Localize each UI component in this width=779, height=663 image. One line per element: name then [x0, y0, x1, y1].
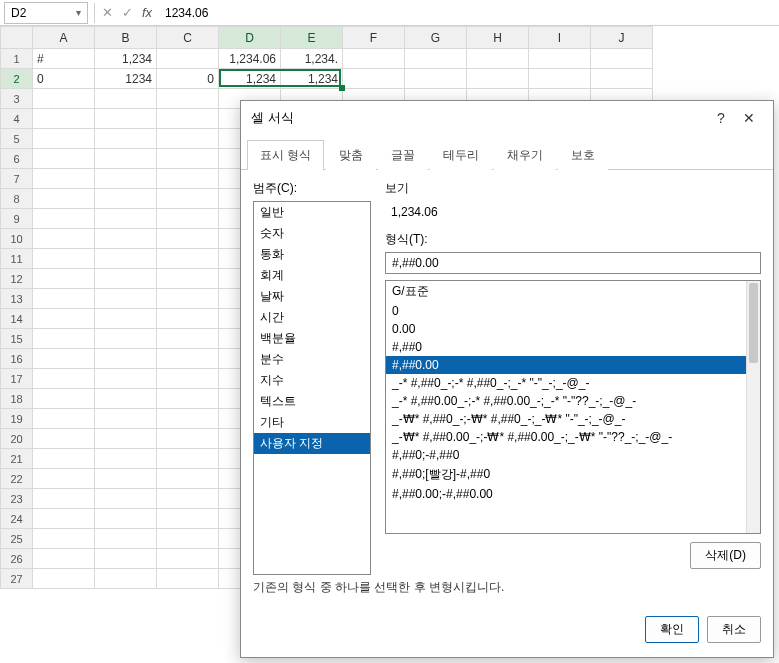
cell-C11[interactable]	[157, 249, 219, 269]
cell-B22[interactable]	[95, 469, 157, 489]
column-header-E[interactable]: E	[281, 27, 343, 49]
column-header-C[interactable]: C	[157, 27, 219, 49]
delete-button[interactable]: 삭제(D)	[690, 542, 761, 569]
category-item[interactable]: 날짜	[254, 286, 370, 307]
cancel-button[interactable]: 취소	[707, 616, 761, 643]
cell-B18[interactable]	[95, 389, 157, 409]
cell-A10[interactable]	[33, 229, 95, 249]
cell-A3[interactable]	[33, 89, 95, 109]
cell-C1[interactable]	[157, 49, 219, 69]
cell-A5[interactable]	[33, 129, 95, 149]
cell-B16[interactable]	[95, 349, 157, 369]
cell-G2[interactable]	[405, 69, 467, 89]
cell-B19[interactable]	[95, 409, 157, 429]
format-item[interactable]: _-* #,##0.00_-;-* #,##0.00_-;_-* "-"??_-…	[386, 392, 760, 410]
scrollbar[interactable]	[746, 281, 760, 533]
row-header-15[interactable]: 15	[1, 329, 33, 349]
format-item[interactable]: #,##0.00;-#,##0.00	[386, 485, 760, 503]
format-item[interactable]: 0.00	[386, 320, 760, 338]
close-button[interactable]: ✕	[735, 110, 763, 126]
tab-2[interactable]: 글꼴	[378, 140, 428, 170]
cell-C14[interactable]	[157, 309, 219, 329]
category-item[interactable]: 통화	[254, 244, 370, 265]
formula-bar[interactable]: 1234.06	[157, 2, 779, 24]
category-item[interactable]: 회계	[254, 265, 370, 286]
row-header-14[interactable]: 14	[1, 309, 33, 329]
cell-B6[interactable]	[95, 149, 157, 169]
cell-B3[interactable]	[95, 89, 157, 109]
row-header-5[interactable]: 5	[1, 129, 33, 149]
format-item[interactable]: #,##0.00	[386, 356, 760, 374]
cell-A1[interactable]: #	[33, 49, 95, 69]
cell-C24[interactable]	[157, 509, 219, 529]
row-header-18[interactable]: 18	[1, 389, 33, 409]
format-item[interactable]: #,##0;[빨강]-#,##0	[386, 464, 760, 485]
cell-J2[interactable]	[591, 69, 653, 89]
cell-C12[interactable]	[157, 269, 219, 289]
cell-C17[interactable]	[157, 369, 219, 389]
cell-A15[interactable]	[33, 329, 95, 349]
row-header-7[interactable]: 7	[1, 169, 33, 189]
cell-G1[interactable]	[405, 49, 467, 69]
row-header-24[interactable]: 24	[1, 509, 33, 529]
cell-A19[interactable]	[33, 409, 95, 429]
cell-C16[interactable]	[157, 349, 219, 369]
category-item[interactable]: 백분율	[254, 328, 370, 349]
tab-0[interactable]: 표시 형식	[247, 140, 324, 170]
cell-B2[interactable]: 1234	[95, 69, 157, 89]
cell-B15[interactable]	[95, 329, 157, 349]
cell-A26[interactable]	[33, 549, 95, 569]
cell-B8[interactable]	[95, 189, 157, 209]
format-listbox[interactable]: G/표준00.00#,##0#,##0.00_-* #,##0_-;-* #,#…	[385, 280, 761, 534]
row-header-9[interactable]: 9	[1, 209, 33, 229]
cell-F1[interactable]	[343, 49, 405, 69]
cell-B26[interactable]	[95, 549, 157, 569]
row-header-11[interactable]: 11	[1, 249, 33, 269]
cell-B17[interactable]	[95, 369, 157, 389]
cell-B13[interactable]	[95, 289, 157, 309]
scrollbar-thumb[interactable]	[749, 283, 758, 363]
format-item[interactable]: _-₩* #,##0_-;-₩* #,##0_-;_-₩* "-"_-;_-@_…	[386, 410, 760, 428]
row-header-10[interactable]: 10	[1, 229, 33, 249]
category-item[interactable]: 사용자 지정	[254, 433, 370, 454]
cell-C6[interactable]	[157, 149, 219, 169]
cell-C19[interactable]	[157, 409, 219, 429]
cell-C8[interactable]	[157, 189, 219, 209]
cell-C10[interactable]	[157, 229, 219, 249]
row-header-8[interactable]: 8	[1, 189, 33, 209]
cell-A12[interactable]	[33, 269, 95, 289]
cell-B23[interactable]	[95, 489, 157, 509]
category-item[interactable]: 지수	[254, 370, 370, 391]
column-header-I[interactable]: I	[529, 27, 591, 49]
cell-A25[interactable]	[33, 529, 95, 549]
help-button[interactable]: ?	[707, 110, 735, 126]
select-all-corner[interactable]	[1, 27, 33, 49]
cell-B10[interactable]	[95, 229, 157, 249]
cell-A27[interactable]	[33, 569, 95, 589]
row-header-25[interactable]: 25	[1, 529, 33, 549]
cell-B21[interactable]	[95, 449, 157, 469]
cell-A9[interactable]	[33, 209, 95, 229]
name-box[interactable]: D2 ▾	[4, 2, 88, 24]
cell-C5[interactable]	[157, 129, 219, 149]
row-header-17[interactable]: 17	[1, 369, 33, 389]
format-item[interactable]: G/표준	[386, 281, 760, 302]
cell-E2[interactable]: 1,234	[281, 69, 343, 89]
cancel-icon[interactable]: ✕	[97, 5, 117, 20]
tab-1[interactable]: 맞춤	[326, 140, 376, 170]
cell-A17[interactable]	[33, 369, 95, 389]
cell-I2[interactable]	[529, 69, 591, 89]
cell-B7[interactable]	[95, 169, 157, 189]
cell-A23[interactable]	[33, 489, 95, 509]
cell-C2[interactable]: 0	[157, 69, 219, 89]
cell-A21[interactable]	[33, 449, 95, 469]
cell-A8[interactable]	[33, 189, 95, 209]
cell-A4[interactable]	[33, 109, 95, 129]
cell-B24[interactable]	[95, 509, 157, 529]
cell-C7[interactable]	[157, 169, 219, 189]
cell-H2[interactable]	[467, 69, 529, 89]
cell-A16[interactable]	[33, 349, 95, 369]
row-header-12[interactable]: 12	[1, 269, 33, 289]
cell-B27[interactable]	[95, 569, 157, 589]
cell-B4[interactable]	[95, 109, 157, 129]
